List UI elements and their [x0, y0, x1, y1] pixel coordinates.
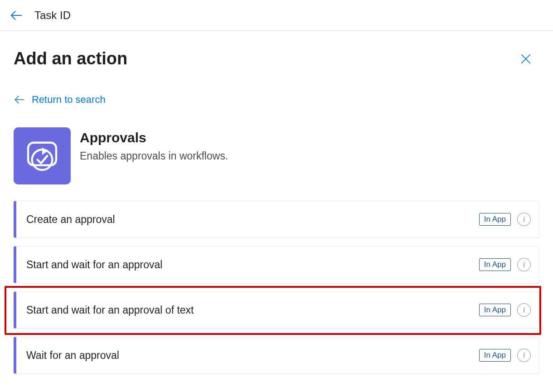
panel-heading: Add an action	[14, 49, 127, 68]
action-list: Create an approval In App i Start and wa…	[14, 201, 539, 374]
info-icon[interactable]: i	[517, 258, 531, 271]
action-label: Start and wait for an approval	[26, 259, 479, 271]
return-to-search-link[interactable]: Return to search	[14, 94, 106, 106]
approvals-icon	[23, 136, 62, 175]
arrow-left-icon	[14, 94, 25, 106]
page-title: Task ID	[34, 9, 71, 22]
in-app-badge: In App	[479, 304, 511, 316]
action-start-wait-approval-text[interactable]: Start and wait for an approval of text I…	[14, 291, 539, 329]
connector-description: Enables approvals in workflows.	[80, 150, 228, 162]
info-icon[interactable]: i	[517, 213, 531, 226]
connector-name: Approvals	[80, 130, 228, 145]
action-start-wait-approval[interactable]: Start and wait for an approval In App i	[14, 246, 539, 283]
info-icon[interactable]: i	[517, 303, 531, 317]
return-label: Return to search	[32, 94, 106, 106]
in-app-badge: In App	[479, 213, 511, 226]
action-label: Start and wait for an approval of text	[26, 304, 479, 316]
info-icon[interactable]: i	[517, 348, 531, 362]
close-icon[interactable]	[517, 50, 535, 68]
connector-tile	[14, 127, 71, 184]
topbar: Task ID	[0, 0, 553, 31]
in-app-badge: In App	[479, 258, 511, 271]
action-wait-approval[interactable]: Wait for an approval In App i	[14, 337, 539, 374]
in-app-badge: In App	[479, 349, 511, 362]
action-label: Wait for an approval	[26, 349, 479, 362]
action-label: Create an approval	[26, 213, 479, 226]
action-create-approval[interactable]: Create an approval In App i	[14, 201, 539, 238]
back-icon[interactable]	[7, 6, 25, 24]
connector-header: Approvals Enables approvals in workflows…	[14, 127, 539, 184]
